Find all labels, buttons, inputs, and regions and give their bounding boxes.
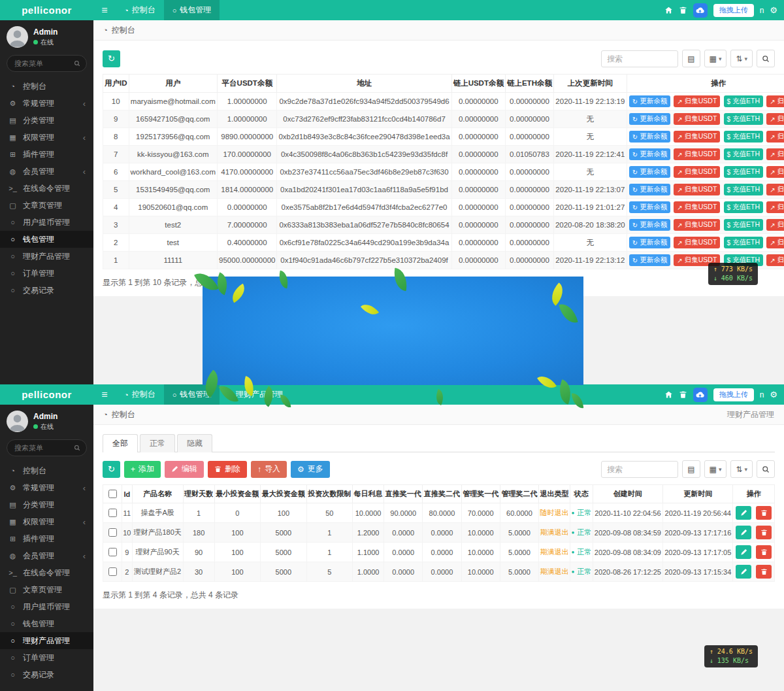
- delete-button[interactable]: [756, 565, 772, 579]
- edit-button[interactable]: [736, 506, 751, 520]
- row-checkbox[interactable]: [108, 528, 117, 537]
- column-header[interactable]: 链上USDT余额: [451, 75, 505, 93]
- delete-button[interactable]: [756, 506, 772, 520]
- column-header[interactable]: 链上ETH余额: [505, 75, 553, 93]
- recharge-eth-button[interactable]: $充值ETH: [724, 237, 764, 248]
- sidebar-toggle-button[interactable]: ≡: [93, 389, 116, 401]
- columns-button[interactable]: ▦▾: [704, 460, 727, 478]
- column-header[interactable]: 管理奖一代: [461, 485, 500, 503]
- sidebar-item[interactable]: ◔ 控制台: [0, 78, 93, 95]
- column-header[interactable]: 用户: [129, 75, 218, 93]
- column-header[interactable]: 操作: [733, 485, 775, 503]
- collect-usdt-button[interactable]: ↗归集USDT: [674, 95, 720, 107]
- update-balance-button[interactable]: ↻更新余额: [629, 184, 670, 195]
- sidebar-item[interactable]: ▤ 分类管理: [0, 496, 93, 513]
- refresh-button[interactable]: ↻: [103, 50, 120, 67]
- collect-usdt-button[interactable]: ↗归集USDT: [674, 184, 720, 195]
- sidebar-toggle-button[interactable]: ≡: [93, 5, 116, 16]
- sidebar-item[interactable]: ○ 用户提币管理: [0, 214, 93, 231]
- column-header[interactable]: 更新时间: [663, 485, 733, 503]
- topnav-tab[interactable]: ○ 理财产品管理: [220, 384, 291, 405]
- columns-button[interactable]: ▦▾: [704, 50, 727, 67]
- breadcrumb[interactable]: 控制台: [112, 25, 135, 36]
- column-header[interactable]: 产品名称: [132, 485, 183, 503]
- topnav-tab[interactable]: ○ 钱包管理: [164, 0, 220, 20]
- toggle-view-button[interactable]: ▤: [682, 50, 700, 67]
- clear-cache-trash-button[interactable]: [679, 6, 687, 14]
- collect-usdt-button[interactable]: ↗归集USDT: [674, 148, 720, 160]
- collect-eth-button[interactable]: ↗归集ETH: [766, 237, 784, 248]
- sidebar-item[interactable]: ⊞ 插件管理: [0, 530, 93, 547]
- update-balance-button[interactable]: ↻更新余额: [629, 201, 670, 213]
- edit-button[interactable]: [736, 565, 751, 579]
- column-header[interactable]: 上次更新时间: [553, 75, 627, 93]
- delete-button[interactable]: 删除: [208, 461, 247, 478]
- recharge-eth-button[interactable]: $充值ETH: [724, 131, 764, 143]
- column-header[interactable]: 直推奖一代: [384, 485, 423, 503]
- settings-gear-icon[interactable]: ⚙: [770, 390, 777, 399]
- clear-cache-trash-button[interactable]: [679, 390, 687, 399]
- collect-eth-button[interactable]: ↗归集ETH: [766, 166, 784, 178]
- collect-eth-button[interactable]: ↗归集ETH: [766, 95, 784, 107]
- update-balance-button[interactable]: ↻更新余额: [629, 219, 670, 231]
- column-header[interactable]: 地址: [277, 75, 451, 93]
- sidebar-item[interactable]: ○ 钱包管理: [0, 615, 93, 632]
- collect-eth-button[interactable]: ↗归集ETH: [766, 201, 784, 213]
- sidebar-item[interactable]: ○ 交易记录: [0, 282, 93, 299]
- column-header[interactable]: 平台USDT余额: [218, 75, 277, 93]
- collect-usdt-button[interactable]: ↗归集USDT: [674, 219, 720, 231]
- upload-cloud-icon[interactable]: [693, 3, 708, 18]
- delete-button[interactable]: [756, 545, 772, 559]
- filter-tab[interactable]: 全部: [103, 434, 138, 452]
- sidebar-item[interactable]: ◍ 会员管理 ‹: [0, 547, 93, 564]
- column-header[interactable]: 每日利息: [353, 485, 384, 503]
- home-icon-button[interactable]: [664, 390, 673, 399]
- update-balance-button[interactable]: ↻更新余额: [629, 148, 670, 160]
- sidebar-item[interactable]: ○ 理财产品管理: [0, 248, 93, 265]
- import-button[interactable]: ↑导入: [251, 461, 287, 478]
- brand-logo[interactable]: pelliconor: [0, 0, 93, 20]
- topnav-tab[interactable]: ○ 钱包管理: [164, 384, 220, 405]
- update-balance-button[interactable]: ↻更新余额: [629, 131, 670, 143]
- export-button[interactable]: ⇅▾: [730, 50, 753, 67]
- more-button[interactable]: ⚙更多: [291, 461, 330, 478]
- search-toggle-button[interactable]: [757, 460, 775, 478]
- avatar[interactable]: [7, 26, 28, 48]
- upload-cloud-icon[interactable]: [693, 388, 708, 402]
- breadcrumb[interactable]: 控制台: [112, 409, 135, 420]
- sidebar-item[interactable]: ▤ 分类管理: [0, 112, 93, 129]
- sidebar-item[interactable]: ▦ 权限管理 ‹: [0, 129, 93, 146]
- update-balance-button[interactable]: ↻更新余额: [629, 166, 670, 178]
- collect-usdt-button[interactable]: ↗归集USDT: [674, 237, 720, 248]
- sidebar-item[interactable]: ⊞ 插件管理: [0, 146, 93, 163]
- sidebar-item[interactable]: ○ 订单管理: [0, 265, 93, 282]
- update-balance-button[interactable]: ↻更新余额: [629, 254, 670, 266]
- sidebar-item[interactable]: ◔ 控制台: [0, 462, 93, 479]
- avatar[interactable]: [7, 411, 28, 432]
- column-header[interactable]: 退出类型: [539, 485, 570, 503]
- column-header[interactable]: 直推奖二代: [423, 485, 461, 503]
- row-checkbox[interactable]: [108, 509, 117, 517]
- row-checkbox[interactable]: [108, 548, 117, 556]
- drag-upload-button[interactable]: 拖拽上传: [713, 4, 754, 17]
- sidebar-item[interactable]: ▦ 权限管理 ‹: [0, 513, 93, 530]
- collect-usdt-button[interactable]: ↗归集USDT: [674, 131, 720, 143]
- sidebar-item[interactable]: ○ 钱包管理: [0, 231, 93, 248]
- filter-tab[interactable]: 正常: [140, 434, 175, 452]
- column-header[interactable]: Id: [122, 485, 133, 503]
- sidebar-item[interactable]: ○ 订单管理: [0, 649, 93, 666]
- recharge-eth-button[interactable]: $充值ETH: [724, 201, 764, 213]
- add-button[interactable]: +添加: [124, 461, 161, 478]
- update-balance-button[interactable]: ↻更新余额: [629, 237, 670, 248]
- edit-button[interactable]: [736, 545, 751, 559]
- sidebar-item[interactable]: >_ 在线命令管理: [0, 564, 93, 581]
- sidebar-item[interactable]: ○ 理财产品管理: [0, 632, 93, 649]
- sidebar-item[interactable]: ○ 用户提币管理: [0, 598, 93, 615]
- table-search-input[interactable]: [601, 461, 678, 478]
- collect-eth-button[interactable]: ↗归集ETH: [766, 148, 784, 160]
- recharge-eth-button[interactable]: $充值ETH: [724, 166, 764, 178]
- select-all-checkbox[interactable]: [108, 490, 117, 498]
- sidebar-item[interactable]: >_ 在线命令管理: [0, 180, 93, 197]
- recharge-eth-button[interactable]: $充值ETH: [724, 95, 764, 107]
- edit-button[interactable]: [736, 526, 751, 539]
